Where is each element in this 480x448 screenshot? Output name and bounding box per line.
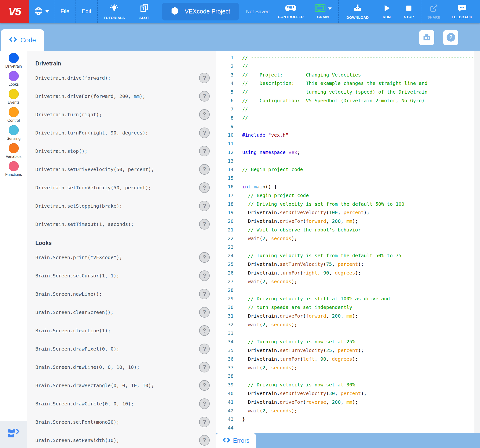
palette-command[interactable]: Brain.Screen.drawLine(0, 0, 10, 10); [35, 364, 140, 370]
sidebar-item-events[interactable]: Events [5, 89, 22, 105]
command-help-button[interactable]: ? [199, 252, 210, 263]
code-line[interactable]: 4// Description: This example changes th… [216, 79, 480, 88]
blocks-toggle-icon[interactable] [7, 429, 20, 439]
command-help-button[interactable]: ? [199, 307, 210, 318]
share-button[interactable]: SHARE [422, 0, 445, 23]
code-line[interactable]: 12using namespace vex; [216, 148, 480, 157]
tab-errors[interactable]: Errors [216, 433, 256, 448]
code-line[interactable]: 29 // Driving velocity is still at 100% … [216, 294, 480, 303]
code-line[interactable]: 11 [216, 140, 480, 148]
code-line[interactable]: 9 [216, 122, 480, 131]
command-help-button[interactable]: ? [199, 325, 210, 336]
sidebar-item-variables[interactable]: Variables [5, 143, 22, 159]
project-name-box[interactable]: VEXcode Project [162, 3, 239, 21]
code-line[interactable]: 15 [216, 174, 480, 183]
sidebar-item-control[interactable]: Control [5, 107, 22, 123]
palette-command[interactable]: Brain.Screen.newLine(); [35, 291, 102, 297]
command-help-button[interactable]: ? [199, 182, 210, 193]
code-line[interactable]: 16int main() { [216, 183, 480, 191]
palette-command[interactable]: Brain.Screen.setFont(mono20); [35, 419, 119, 425]
controller-button[interactable]: CONTROLLER [273, 0, 309, 23]
code-line[interactable]: 21 // Wait to observe the robot's behavi… [216, 226, 480, 234]
code-line[interactable]: 32 wait(2, seconds); [216, 320, 480, 329]
code-line[interactable]: 26 Drivetrain.turnFor(right, 90, degrees… [216, 269, 480, 277]
palette-command[interactable]: Drivetrain.drive(forward); [35, 75, 111, 81]
command-help-button[interactable]: ? [199, 146, 210, 156]
editor-scrollbar[interactable] [474, 51, 480, 433]
palette-command[interactable]: Brain.Screen.setCursor(1, 1); [35, 273, 119, 279]
code-line[interactable]: 38 [216, 372, 480, 381]
code-line[interactable]: 34 // Turning velocity is now set at 25% [216, 338, 480, 346]
palette-command[interactable]: Brain.Screen.clearScreen(); [35, 309, 113, 315]
sidebar-item-drivetrain[interactable]: Drivetrain [5, 53, 22, 69]
code-line[interactable]: 10#include "vex.h" [216, 131, 480, 140]
code-line[interactable]: 19 Drivetrain.setDriveVelocity(100, perc… [216, 208, 480, 217]
code-line[interactable]: 8// ------------------------------------… [216, 114, 480, 122]
slot-button[interactable]: 1 SLOT [133, 0, 156, 23]
stop-button[interactable]: STOP [398, 0, 420, 23]
command-help-button[interactable]: ? [199, 128, 210, 138]
tab-code[interactable]: Code [1, 29, 44, 51]
device-console-button[interactable] [419, 30, 434, 45]
code-line[interactable]: 41 Drivetrain.driveFor(reverse, 200, mm)… [216, 398, 480, 407]
command-help-button[interactable]: ? [199, 289, 210, 299]
download-button[interactable]: DOWNLOAD [339, 0, 376, 23]
palette-command[interactable]: Brain.Screen.clearLine(1); [35, 328, 111, 334]
command-help-button[interactable]: ? [199, 109, 210, 120]
code-line[interactable]: 23 [216, 243, 480, 252]
palette-command[interactable]: Brain.Screen.setPenWidth(10); [35, 437, 119, 443]
palette-command[interactable]: Brain.Screen.drawPixel(0, 0); [35, 346, 119, 352]
code-line[interactable]: 30 // turn speeds are set independently [216, 303, 480, 312]
command-help-button[interactable]: ? [199, 362, 210, 372]
code-line[interactable]: 39 // Driving velocity is now set at 30% [216, 381, 480, 389]
command-help-button[interactable]: ? [199, 417, 210, 427]
code-line[interactable]: 44 [216, 424, 480, 432]
code-line[interactable]: 25 Drivetrain.setTurnVelocity(75, percen… [216, 260, 480, 269]
code-line[interactable]: 31 Drivetrain.driveFor(forward, 200, mm)… [216, 312, 480, 320]
command-help-button[interactable]: ? [199, 270, 210, 281]
code-line[interactable]: 7// [216, 105, 480, 114]
language-menu[interactable] [29, 0, 54, 23]
feedback-button[interactable]: FEEDBACK [445, 0, 479, 23]
code-line[interactable]: 1// ------------------------------------… [216, 53, 480, 62]
command-help-button[interactable]: ? [199, 164, 210, 175]
palette-command[interactable]: Brain.Screen.print("VEXcode"); [35, 255, 122, 260]
palette-command[interactable]: Drivetrain.stop(); [35, 148, 88, 154]
command-help-button[interactable]: ? [199, 91, 210, 101]
command-help-button[interactable]: ? [199, 201, 210, 211]
palette-command[interactable]: Drivetrain.setTimeout(1, seconds); [35, 221, 134, 227]
palette-command[interactable]: Drivetrain.setTurnVelocity(50, percent); [35, 185, 151, 191]
code-line[interactable]: 36 Drivetrain.turnFor(left, 90, degrees)… [216, 355, 480, 363]
code-line[interactable]: 27 wait(2, seconds); [216, 277, 480, 286]
edit-menu[interactable]: Edit [76, 0, 97, 23]
code-line[interactable]: 37 wait(2, seconds); [216, 363, 480, 372]
palette-command[interactable]: Drivetrain.driveFor(forward, 200, mm); [35, 93, 146, 99]
sidebar-item-sensing[interactable]: Sensing [5, 125, 22, 141]
command-help-button[interactable]: ? [199, 380, 210, 391]
command-help-button[interactable]: ? [199, 398, 210, 409]
palette-command[interactable]: Brain.Screen.drawCircle(0, 0, 10); [35, 401, 134, 407]
code-line[interactable]: 17 // Begin project code [216, 191, 480, 200]
sidebar-item-looks[interactable]: Looks [5, 71, 22, 87]
code-line[interactable]: 18 // Driving velocity is set from the d… [216, 200, 480, 209]
code-line[interactable]: 13 [216, 157, 480, 165]
command-help-button[interactable]: ? [199, 435, 210, 446]
code-line[interactable]: 40 Drivetrain.setDriveVelocity(30, perce… [216, 389, 480, 398]
code-line[interactable]: 28 [216, 286, 480, 295]
code-line[interactable]: 20 Drivetrain.driveFor(forward, 200, mm)… [216, 217, 480, 226]
palette-command[interactable]: Drivetrain.turn(right); [35, 112, 102, 117]
command-help-button[interactable]: ? [199, 344, 210, 354]
code-line[interactable]: 43} [216, 415, 480, 424]
code-line[interactable]: 5// turning velocity (speed) of the Driv… [216, 88, 480, 96]
code-line[interactable]: 3// Project: Changing Velocities [216, 71, 480, 79]
command-help-button[interactable]: ? [199, 73, 210, 83]
code-line[interactable]: 14// Begin project code [216, 165, 480, 174]
command-help-button[interactable]: ? [199, 219, 210, 229]
help-button[interactable]: ? [443, 30, 458, 45]
code-line[interactable]: 24 // Turning velocity is set from the d… [216, 251, 480, 260]
code-line[interactable]: 33 [216, 329, 480, 338]
palette-command[interactable]: Drivetrain.setStopping(brake); [35, 203, 122, 209]
code-editor[interactable]: 1// ------------------------------------… [216, 51, 480, 433]
sidebar-item-functions[interactable]: Functions [5, 161, 22, 177]
code-line[interactable]: 2// [216, 62, 480, 71]
